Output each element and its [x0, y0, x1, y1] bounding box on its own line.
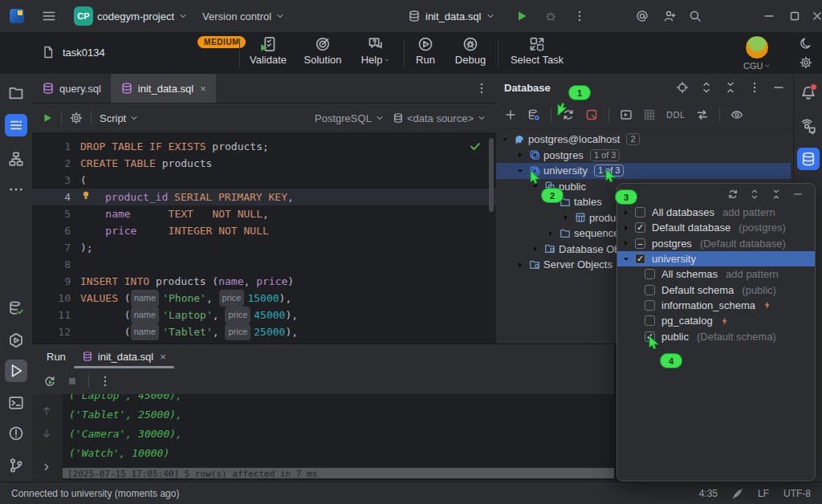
connection-status[interactable]: Connected to university (moments ago): [11, 488, 179, 499]
code-line[interactable]: product_id SERIAL PRIMARY KEY,: [80, 189, 298, 205]
more-tools-button[interactable]: [5, 178, 27, 201]
view-options-icon[interactable]: [730, 108, 743, 121]
checkbox-off[interactable]: [645, 300, 655, 311]
user-avatar[interactable]: [745, 35, 769, 59]
window-close-button[interactable]: [806, 10, 822, 22]
chevron-right-icon[interactable]: [621, 223, 632, 233]
encoding[interactable]: UTF-8: [783, 488, 811, 499]
help-button[interactable]: Help: [355, 36, 397, 66]
execute-icon[interactable]: [42, 112, 53, 124]
validate-button[interactable]: Validate: [245, 36, 291, 66]
tree-row-university[interactable]: university1 of 3: [496, 163, 791, 179]
caret-position[interactable]: 4:35: [699, 488, 718, 499]
chevron-right-icon[interactable]: [560, 213, 572, 222]
line-ending[interactable]: LF: [758, 488, 769, 499]
tab-init-data-sql[interactable]: init_data.sql ×: [111, 74, 216, 103]
ddl-button[interactable]: DDL: [666, 110, 686, 120]
expand-output-icon[interactable]: [41, 461, 52, 473]
terminal-tool-button[interactable]: [5, 392, 27, 414]
checkbox-off[interactable]: [645, 315, 655, 326]
main-menu-icon[interactable]: [42, 9, 56, 23]
code-line[interactable]: price INTEGER NOT NULL: [80, 222, 298, 239]
console-settings-icon[interactable]: [70, 112, 83, 124]
search-everywhere-icon[interactable]: [689, 10, 702, 22]
chevron-right-icon[interactable]: [621, 238, 632, 248]
ai-assistant-icon[interactable]: [636, 10, 649, 22]
schema-row-all-schemas[interactable]: All schemasadd pattern: [617, 266, 815, 282]
vcs-widget[interactable]: Version control: [202, 10, 285, 22]
code-line[interactable]: name TEXT NOT NULL,: [80, 205, 298, 222]
refresh-icon[interactable]: [727, 189, 739, 200]
checkbox-off[interactable]: [645, 285, 655, 295]
dialect-selector[interactable]: PostgreSQL: [315, 112, 385, 124]
chevron-down-icon[interactable]: [621, 254, 632, 264]
compare-icon[interactable]: [696, 108, 709, 121]
plugin-settings-icon[interactable]: [800, 56, 812, 69]
code-line[interactable]: DROP TABLE IF EXISTS products;: [80, 138, 298, 155]
problems-tool-button[interactable]: [5, 422, 27, 445]
ai-chat-tool-button[interactable]: [797, 116, 820, 138]
code-line[interactable]: (name'Laptop', price45000),: [80, 307, 298, 323]
run-tool-button[interactable]: [5, 360, 27, 382]
schema-row-default-database[interactable]: ✓Default database(postgres): [617, 220, 815, 235]
notifications-tool-button[interactable]: [797, 82, 820, 104]
tab-close-icon[interactable]: ×: [200, 83, 206, 95]
tab-query-sql[interactable]: query.sql: [32, 74, 111, 103]
debug-task-button[interactable]: Debug: [450, 36, 491, 66]
code-line[interactable]: (name'Tablet', price25000),: [80, 323, 298, 340]
schema-row-postgres[interactable]: –postgres(Default database): [617, 236, 815, 251]
chevron-right-icon[interactable]: [621, 208, 632, 217]
code-line[interactable]: CREATE TABLE products: [80, 155, 298, 172]
run-tab[interactable]: init_data.sql ×: [74, 344, 174, 368]
code-line[interactable]: INSERT INTO products (name, price): [80, 273, 298, 290]
run-config-widget[interactable]: init_data.sql: [408, 10, 495, 22]
datasource-selector[interactable]: <data source>: [393, 112, 486, 124]
code-with-me-icon[interactable]: [663, 10, 676, 22]
scroll-up-icon[interactable]: [41, 405, 52, 417]
schema-row-default-schema[interactable]: Default schema(public): [617, 282, 815, 297]
debug-icon[interactable]: [544, 10, 557, 22]
inspection-check-icon[interactable]: [469, 140, 482, 152]
chevron-right-icon[interactable]: [545, 229, 556, 238]
chevron-right-icon[interactable]: [515, 260, 526, 270]
tab-options-icon[interactable]: [475, 82, 488, 95]
chevron-right-icon[interactable]: [530, 244, 541, 254]
run-icon[interactable]: [515, 10, 528, 22]
run-tab-close-icon[interactable]: ×: [160, 351, 166, 363]
database-tool-button[interactable]: [797, 148, 820, 170]
readonly-icon[interactable]: [732, 488, 743, 499]
schema-row-information-schema[interactable]: information_schema: [617, 298, 815, 313]
select-task-button[interactable]: Select Task: [504, 36, 570, 66]
code-line[interactable]: [80, 256, 298, 273]
collapse-all-icon[interactable]: [724, 81, 737, 94]
solution-button[interactable]: Solution: [299, 36, 347, 66]
tree-row-postgres-localhost[interactable]: postgres@localhost2: [496, 132, 793, 148]
console-options-icon[interactable]: [99, 375, 112, 388]
collapse-all-icon[interactable]: [771, 189, 782, 200]
structure-tool-button[interactable]: [5, 148, 27, 170]
hide-panel-icon[interactable]: [772, 81, 785, 94]
rerun-icon[interactable]: [43, 375, 56, 388]
datasource-properties-icon[interactable]: [527, 108, 540, 121]
locate-icon[interactable]: [676, 81, 689, 94]
chevron-down-icon[interactable]: [499, 135, 511, 144]
tree-row-postgres[interactable]: postgres1 of 3: [496, 148, 793, 164]
code-line[interactable]: (: [80, 172, 298, 189]
checkbox-dash[interactable]: –: [635, 238, 645, 249]
checkbox-on[interactable]: ✓: [635, 254, 645, 264]
chevron-right-icon[interactable]: [515, 150, 526, 160]
project-widget[interactable]: CP codegym-project: [74, 6, 188, 26]
disconnect-icon[interactable]: [585, 108, 598, 121]
run-task-button[interactable]: Run: [409, 36, 442, 66]
jump-to-console-icon[interactable]: [620, 108, 633, 121]
code-editor[interactable]: 123456789101112 DROP TABLE IF EXISTS pro…: [32, 133, 496, 346]
code-line[interactable]: );: [80, 239, 298, 256]
more-actions-icon[interactable]: [573, 10, 586, 22]
checkbox-off[interactable]: [635, 207, 645, 217]
scroll-down-icon[interactable]: [41, 428, 52, 439]
window-minimize-button[interactable]: [758, 10, 780, 22]
checkbox-off[interactable]: [645, 269, 655, 279]
run-console[interactable]: ('Laptop', 45000),('Tablet', 25000),('Ca…: [32, 394, 614, 481]
data-sources-tool-button[interactable]: [5, 297, 27, 319]
schema-row-all-databases[interactable]: All databasesadd pattern: [617, 205, 815, 220]
